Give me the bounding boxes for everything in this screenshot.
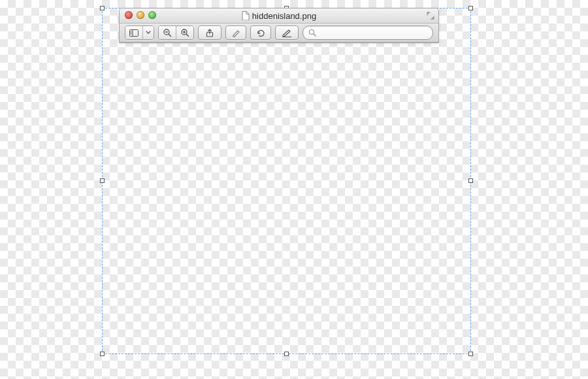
svg-point-14 bbox=[310, 30, 314, 35]
view-mode-segment bbox=[125, 25, 154, 40]
chevron-down-icon bbox=[146, 31, 151, 35]
search-input[interactable] bbox=[319, 27, 427, 38]
window-titlebar[interactable]: hiddenisland.png bbox=[120, 8, 438, 24]
zoom-segment bbox=[158, 25, 194, 40]
editor-canvas[interactable]: hiddenisland.png bbox=[0, 0, 588, 379]
rotate-icon bbox=[256, 29, 265, 37]
resize-handle-bottom-right[interactable] bbox=[468, 352, 473, 356]
selection-rectangle[interactable] bbox=[102, 8, 471, 354]
document-icon bbox=[242, 11, 250, 20]
share-icon bbox=[205, 29, 214, 37]
highlight-button[interactable] bbox=[225, 25, 246, 40]
search-field[interactable] bbox=[302, 25, 433, 40]
minimize-window-button[interactable] bbox=[137, 11, 144, 19]
view-mode-dropdown[interactable] bbox=[143, 26, 154, 39]
window-title: hiddenisland.png bbox=[242, 11, 316, 21]
resize-handle-middle-right[interactable] bbox=[468, 178, 473, 183]
rotate-button[interactable] bbox=[250, 25, 271, 40]
resize-handle-bottom-left[interactable] bbox=[100, 352, 105, 356]
zoom-window-button[interactable] bbox=[148, 11, 156, 19]
svg-line-15 bbox=[314, 34, 316, 36]
traffic-lights bbox=[125, 11, 156, 19]
share-button[interactable] bbox=[198, 25, 221, 40]
window-title-text: hiddenisland.png bbox=[252, 11, 316, 21]
zoom-in-icon bbox=[180, 28, 189, 37]
search-icon bbox=[308, 29, 316, 37]
fullscreen-icon[interactable] bbox=[427, 12, 434, 20]
highlighter-icon bbox=[231, 29, 240, 37]
markup-button[interactable] bbox=[275, 25, 299, 40]
resize-handle-top-right[interactable] bbox=[468, 6, 473, 10]
zoom-out-button[interactable] bbox=[159, 26, 176, 39]
svg-line-9 bbox=[186, 34, 189, 37]
sidebar-icon bbox=[129, 29, 139, 37]
resize-handle-bottom-middle[interactable] bbox=[284, 352, 289, 356]
close-window-button[interactable] bbox=[125, 11, 133, 19]
svg-line-6 bbox=[169, 34, 171, 37]
zoom-out-icon bbox=[163, 28, 172, 37]
resize-handle-top-left[interactable] bbox=[100, 6, 105, 10]
resize-handle-middle-left[interactable] bbox=[100, 178, 105, 183]
sidebar-view-button[interactable] bbox=[125, 26, 143, 39]
preview-window[interactable]: hiddenisland.png bbox=[119, 8, 439, 43]
pencil-icon bbox=[282, 29, 292, 37]
toolbar bbox=[120, 24, 438, 42]
zoom-in-button[interactable] bbox=[176, 26, 193, 39]
